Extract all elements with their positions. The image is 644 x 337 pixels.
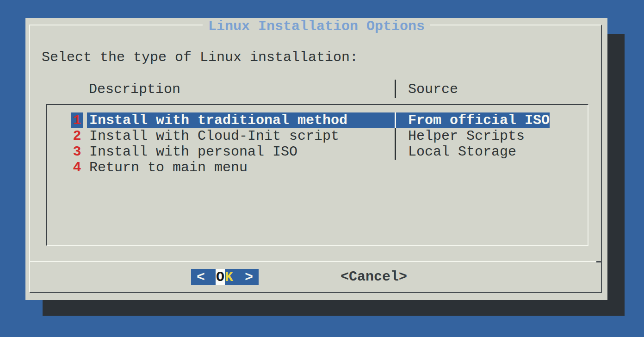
menu-item-description: Install with personal ISO <box>89 144 297 160</box>
cancel-button[interactable]: <Cancel> <box>341 269 407 285</box>
terminal-screen: { "window": { "title": "Linux Installati… <box>0 0 644 337</box>
ok-label-rest: K <box>225 269 234 285</box>
column-separator-icon <box>395 80 396 98</box>
ok-label: OK <box>216 269 234 285</box>
ok-button[interactable]: < OK > <box>191 269 259 285</box>
menu-item-description: Return to main menu <box>89 160 248 175</box>
dialog-title: Linux Installation Options <box>203 19 430 34</box>
menu-item-description: Install with Cloud-Init script <box>89 128 339 144</box>
menu-item-install-traditional[interactable]: 1 Install with traditional method From o… <box>47 112 588 128</box>
menu-item-return-main-menu[interactable]: 4 Return to main menu <box>47 160 588 175</box>
column-separator-icon <box>395 144 396 160</box>
button-area-separator-end <box>596 261 602 262</box>
menu-item-source: From official ISO <box>408 112 550 128</box>
menu-item-source: Helper Scripts <box>408 128 525 144</box>
menu-item-tag: 1 <box>71 112 83 128</box>
menu-item-description: Install with traditional method <box>89 112 347 128</box>
menu-item-tag: 3 <box>71 144 83 160</box>
menu-item-tag: 4 <box>71 160 83 175</box>
column-separator-icon <box>395 128 396 144</box>
menu-list-box: 1 Install with traditional method From o… <box>46 104 588 246</box>
column-separator-icon <box>395 112 396 128</box>
ok-hotkey-cursor: O <box>216 269 225 285</box>
menu-item-tag: 2 <box>71 128 83 144</box>
menu-item-install-cloud-init[interactable]: 2 Install with Cloud-Init script Helper … <box>47 128 588 144</box>
ok-left-bracket: < <box>197 269 205 285</box>
installation-options-dialog: Linux Installation Options Select the ty… <box>25 18 607 300</box>
menu-item-source: Local Storage <box>408 144 516 160</box>
column-header-row: Description Source <box>25 81 607 99</box>
source-column-header: Source <box>408 81 458 98</box>
ok-right-bracket: > <box>245 269 253 285</box>
description-column-header: Description <box>89 81 180 98</box>
button-area-separator <box>29 261 597 262</box>
prompt-text: Select the type of Linux installation: <box>42 50 358 65</box>
menu-item-install-personal-iso[interactable]: 3 Install with personal ISO Local Storag… <box>47 144 588 160</box>
